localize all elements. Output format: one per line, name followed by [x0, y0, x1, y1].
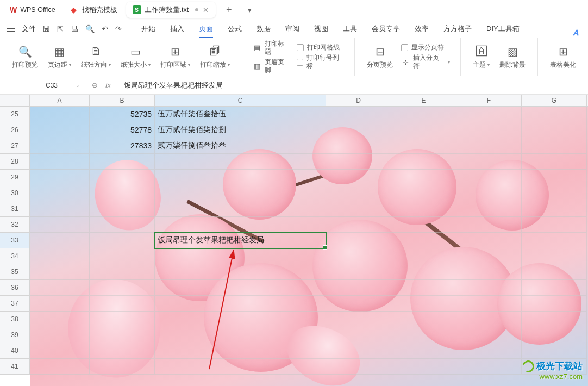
cell[interactable] — [90, 359, 155, 375]
column-header[interactable]: B — [90, 95, 155, 106]
theme-button[interactable]: 🄰主题 — [468, 38, 495, 76]
cell[interactable] — [522, 264, 587, 280]
cell[interactable] — [456, 154, 522, 170]
cell[interactable]: 贰万柒仟捌佰叁拾叁 — [155, 138, 326, 154]
beautify-button[interactable]: ⊞表格美化 — [545, 38, 581, 76]
cell[interactable] — [326, 217, 391, 233]
app-tab[interactable]: W WPS Office — [3, 2, 62, 18]
fx-icon[interactable]: fx — [105, 81, 111, 89]
close-tab-icon[interactable]: ✕ — [202, 6, 209, 14]
cell[interactable] — [326, 327, 391, 343]
cell[interactable] — [522, 343, 587, 359]
cell[interactable] — [522, 248, 587, 264]
file-tab[interactable]: S 工作簿数量.txt ✕ — [126, 2, 216, 18]
cell[interactable] — [30, 154, 90, 170]
cell[interactable] — [326, 201, 391, 217]
menu-item-1[interactable]: 插入 — [170, 20, 184, 38]
cell[interactable] — [456, 170, 522, 185]
cell[interactable] — [326, 248, 391, 264]
column-header[interactable]: A — [30, 95, 90, 106]
cell[interactable] — [155, 201, 326, 217]
cell[interactable] — [522, 217, 587, 233]
cell[interactable] — [90, 327, 155, 343]
cell[interactable] — [391, 312, 456, 327]
menu-item-3[interactable]: 公式 — [228, 20, 242, 38]
cell[interactable] — [90, 280, 155, 296]
cell[interactable] — [522, 185, 587, 201]
column-header[interactable]: C — [155, 95, 326, 106]
cell[interactable] — [391, 154, 456, 170]
cell[interactable] — [391, 359, 456, 375]
cell[interactable] — [456, 359, 522, 375]
template-tab[interactable]: ◆ 找稻壳模板 — [64, 2, 124, 18]
cell[interactable] — [155, 280, 326, 296]
cell[interactable] — [456, 138, 522, 154]
cell[interactable] — [326, 343, 391, 359]
menu-item-2[interactable]: 页面 — [199, 20, 213, 38]
cell[interactable] — [90, 343, 155, 359]
row-header[interactable]: 26 — [0, 122, 30, 138]
menu-item-8[interactable]: 会员专享 — [372, 20, 400, 38]
row-header[interactable]: 32 — [0, 217, 30, 233]
undo-icon[interactable]: ↶ — [102, 24, 108, 33]
cell[interactable] — [456, 296, 522, 312]
cell[interactable] — [522, 107, 587, 122]
cell[interactable] — [522, 327, 587, 343]
cell[interactable] — [522, 280, 587, 296]
print-area-button[interactable]: ⊞打印区域 — [155, 38, 195, 76]
cell[interactable] — [391, 327, 456, 343]
cell[interactable]: 27833 — [90, 138, 155, 154]
column-header[interactable]: G — [522, 95, 587, 106]
cell[interactable] — [326, 122, 391, 138]
zoom-icon[interactable]: ⊖ — [92, 81, 98, 89]
menu-item-5[interactable]: 审阅 — [285, 20, 299, 38]
margins-button[interactable]: ▦页边距 — [43, 38, 76, 76]
cell[interactable]: 52778 — [90, 122, 155, 138]
scale-button[interactable]: 🗐打印缩放 — [195, 38, 235, 76]
cell[interactable] — [155, 170, 326, 185]
cell[interactable] — [30, 107, 90, 122]
cell[interactable] — [155, 185, 326, 201]
cell[interactable] — [155, 327, 326, 343]
cell[interactable] — [326, 107, 391, 122]
size-button[interactable]: ▭纸张大小 — [116, 38, 155, 76]
cell[interactable] — [522, 296, 587, 312]
cell[interactable] — [30, 201, 90, 217]
insert-break-button[interactable]: ⊹插入分页符▾ — [401, 54, 450, 70]
cell[interactable] — [456, 312, 522, 327]
cell[interactable] — [456, 107, 522, 122]
cell[interactable] — [90, 248, 155, 264]
cell[interactable] — [522, 312, 587, 327]
cell[interactable] — [391, 138, 456, 154]
chevron-down-icon[interactable]: ⌄ — [76, 82, 80, 88]
cell[interactable] — [522, 138, 587, 154]
cell[interactable] — [155, 359, 326, 375]
redo-icon[interactable]: ↷ — [115, 24, 122, 33]
cell[interactable] — [391, 122, 456, 138]
formula-input[interactable] — [118, 81, 588, 89]
cell[interactable] — [522, 154, 587, 170]
hamburger-icon[interactable] — [7, 26, 15, 32]
cell[interactable] — [326, 170, 391, 185]
cell[interactable] — [155, 154, 326, 170]
cell[interactable] — [456, 343, 522, 359]
cell[interactable] — [30, 185, 90, 201]
cell[interactable] — [391, 107, 456, 122]
orientation-button[interactable]: 🗎纸张方向 — [76, 38, 116, 76]
cell[interactable] — [456, 233, 522, 248]
new-tab-button[interactable]: + — [221, 2, 236, 17]
menu-item-7[interactable]: 工具 — [343, 20, 357, 38]
cell[interactable] — [30, 233, 90, 248]
cell[interactable] — [391, 233, 456, 248]
column-header[interactable]: D — [326, 95, 391, 106]
export-icon[interactable]: ⇱ — [57, 24, 64, 33]
cell[interactable] — [326, 138, 391, 154]
cell[interactable] — [326, 233, 391, 248]
cell[interactable] — [391, 185, 456, 201]
cell[interactable] — [456, 201, 522, 217]
row-header[interactable]: 30 — [0, 185, 30, 201]
cell[interactable] — [30, 343, 90, 359]
row-header[interactable]: 35 — [0, 264, 30, 280]
cell[interactable] — [90, 296, 155, 312]
file-menu[interactable]: 文件 — [22, 24, 36, 34]
